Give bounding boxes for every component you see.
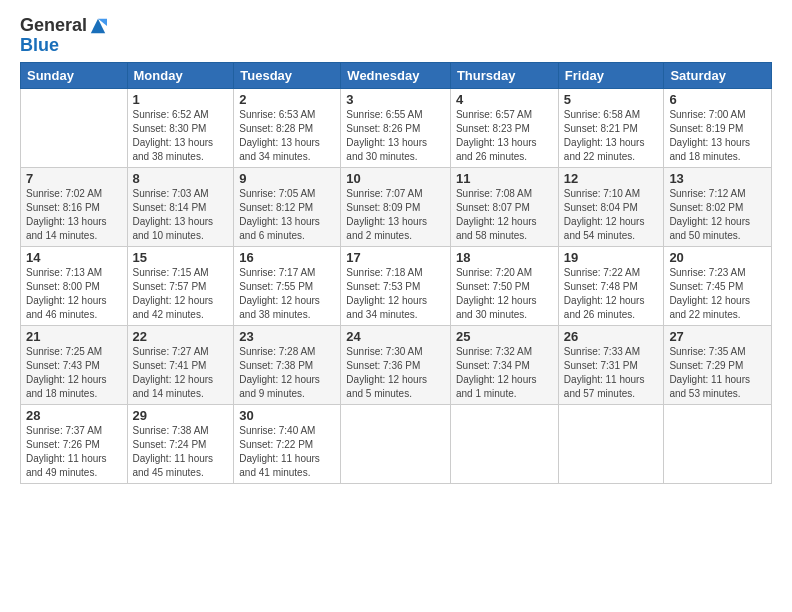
day-number: 2 xyxy=(239,92,335,107)
day-info: Sunrise: 7:40 AM Sunset: 7:22 PM Dayligh… xyxy=(239,424,335,480)
week-row-2: 7Sunrise: 7:02 AM Sunset: 8:16 PM Daylig… xyxy=(21,167,772,246)
day-number: 12 xyxy=(564,171,659,186)
day-info: Sunrise: 7:28 AM Sunset: 7:38 PM Dayligh… xyxy=(239,345,335,401)
day-number: 27 xyxy=(669,329,766,344)
day-number: 21 xyxy=(26,329,122,344)
day-cell: 19Sunrise: 7:22 AM Sunset: 7:48 PM Dayli… xyxy=(558,246,664,325)
day-number: 20 xyxy=(669,250,766,265)
day-number: 3 xyxy=(346,92,445,107)
day-info: Sunrise: 7:10 AM Sunset: 8:04 PM Dayligh… xyxy=(564,187,659,243)
day-number: 7 xyxy=(26,171,122,186)
day-info: Sunrise: 7:02 AM Sunset: 8:16 PM Dayligh… xyxy=(26,187,122,243)
day-cell: 8Sunrise: 7:03 AM Sunset: 8:14 PM Daylig… xyxy=(127,167,234,246)
day-cell: 23Sunrise: 7:28 AM Sunset: 7:38 PM Dayli… xyxy=(234,325,341,404)
day-number: 5 xyxy=(564,92,659,107)
day-info: Sunrise: 7:23 AM Sunset: 7:45 PM Dayligh… xyxy=(669,266,766,322)
day-cell: 14Sunrise: 7:13 AM Sunset: 8:00 PM Dayli… xyxy=(21,246,128,325)
logo-area: General Blue xyxy=(20,16,107,56)
weekday-sunday: Sunday xyxy=(21,62,128,88)
day-info: Sunrise: 7:00 AM Sunset: 8:19 PM Dayligh… xyxy=(669,108,766,164)
day-info: Sunrise: 7:05 AM Sunset: 8:12 PM Dayligh… xyxy=(239,187,335,243)
day-cell: 17Sunrise: 7:18 AM Sunset: 7:53 PM Dayli… xyxy=(341,246,451,325)
day-cell: 30Sunrise: 7:40 AM Sunset: 7:22 PM Dayli… xyxy=(234,404,341,483)
day-info: Sunrise: 7:35 AM Sunset: 7:29 PM Dayligh… xyxy=(669,345,766,401)
day-cell: 12Sunrise: 7:10 AM Sunset: 8:04 PM Dayli… xyxy=(558,167,664,246)
day-info: Sunrise: 7:17 AM Sunset: 7:55 PM Dayligh… xyxy=(239,266,335,322)
day-cell: 3Sunrise: 6:55 AM Sunset: 8:26 PM Daylig… xyxy=(341,88,451,167)
day-cell: 21Sunrise: 7:25 AM Sunset: 7:43 PM Dayli… xyxy=(21,325,128,404)
day-number: 10 xyxy=(346,171,445,186)
day-info: Sunrise: 6:57 AM Sunset: 8:23 PM Dayligh… xyxy=(456,108,553,164)
day-info: Sunrise: 7:13 AM Sunset: 8:00 PM Dayligh… xyxy=(26,266,122,322)
day-info: Sunrise: 7:25 AM Sunset: 7:43 PM Dayligh… xyxy=(26,345,122,401)
day-info: Sunrise: 6:55 AM Sunset: 8:26 PM Dayligh… xyxy=(346,108,445,164)
day-cell: 18Sunrise: 7:20 AM Sunset: 7:50 PM Dayli… xyxy=(450,246,558,325)
day-info: Sunrise: 7:03 AM Sunset: 8:14 PM Dayligh… xyxy=(133,187,229,243)
day-cell xyxy=(450,404,558,483)
day-info: Sunrise: 6:52 AM Sunset: 8:30 PM Dayligh… xyxy=(133,108,229,164)
logo-blue: Blue xyxy=(20,35,59,55)
day-info: Sunrise: 7:22 AM Sunset: 7:48 PM Dayligh… xyxy=(564,266,659,322)
weekday-header-row: SundayMondayTuesdayWednesdayThursdayFrid… xyxy=(21,62,772,88)
day-cell: 15Sunrise: 7:15 AM Sunset: 7:57 PM Dayli… xyxy=(127,246,234,325)
weekday-friday: Friday xyxy=(558,62,664,88)
weekday-tuesday: Tuesday xyxy=(234,62,341,88)
day-cell xyxy=(558,404,664,483)
day-cell: 26Sunrise: 7:33 AM Sunset: 7:31 PM Dayli… xyxy=(558,325,664,404)
day-cell: 5Sunrise: 6:58 AM Sunset: 8:21 PM Daylig… xyxy=(558,88,664,167)
logo-general: General xyxy=(20,15,87,35)
day-number: 28 xyxy=(26,408,122,423)
day-info: Sunrise: 7:07 AM Sunset: 8:09 PM Dayligh… xyxy=(346,187,445,243)
day-cell: 29Sunrise: 7:38 AM Sunset: 7:24 PM Dayli… xyxy=(127,404,234,483)
day-cell: 6Sunrise: 7:00 AM Sunset: 8:19 PM Daylig… xyxy=(664,88,772,167)
day-number: 26 xyxy=(564,329,659,344)
weekday-monday: Monday xyxy=(127,62,234,88)
day-info: Sunrise: 6:53 AM Sunset: 8:28 PM Dayligh… xyxy=(239,108,335,164)
day-number: 15 xyxy=(133,250,229,265)
day-number: 14 xyxy=(26,250,122,265)
day-info: Sunrise: 7:38 AM Sunset: 7:24 PM Dayligh… xyxy=(133,424,229,480)
day-cell: 24Sunrise: 7:30 AM Sunset: 7:36 PM Dayli… xyxy=(341,325,451,404)
logo: General Blue xyxy=(20,16,107,56)
day-info: Sunrise: 7:30 AM Sunset: 7:36 PM Dayligh… xyxy=(346,345,445,401)
day-cell: 13Sunrise: 7:12 AM Sunset: 8:02 PM Dayli… xyxy=(664,167,772,246)
header: General Blue xyxy=(20,16,772,56)
day-cell xyxy=(21,88,128,167)
day-info: Sunrise: 6:58 AM Sunset: 8:21 PM Dayligh… xyxy=(564,108,659,164)
weekday-saturday: Saturday xyxy=(664,62,772,88)
day-number: 25 xyxy=(456,329,553,344)
day-number: 30 xyxy=(239,408,335,423)
day-number: 24 xyxy=(346,329,445,344)
calendar: SundayMondayTuesdayWednesdayThursdayFrid… xyxy=(20,62,772,484)
day-number: 17 xyxy=(346,250,445,265)
day-info: Sunrise: 7:12 AM Sunset: 8:02 PM Dayligh… xyxy=(669,187,766,243)
day-cell: 7Sunrise: 7:02 AM Sunset: 8:16 PM Daylig… xyxy=(21,167,128,246)
day-info: Sunrise: 7:37 AM Sunset: 7:26 PM Dayligh… xyxy=(26,424,122,480)
week-row-4: 21Sunrise: 7:25 AM Sunset: 7:43 PM Dayli… xyxy=(21,325,772,404)
day-number: 16 xyxy=(239,250,335,265)
day-cell: 9Sunrise: 7:05 AM Sunset: 8:12 PM Daylig… xyxy=(234,167,341,246)
day-number: 13 xyxy=(669,171,766,186)
day-info: Sunrise: 7:08 AM Sunset: 8:07 PM Dayligh… xyxy=(456,187,553,243)
day-info: Sunrise: 7:33 AM Sunset: 7:31 PM Dayligh… xyxy=(564,345,659,401)
day-number: 19 xyxy=(564,250,659,265)
day-cell: 25Sunrise: 7:32 AM Sunset: 7:34 PM Dayli… xyxy=(450,325,558,404)
day-cell: 16Sunrise: 7:17 AM Sunset: 7:55 PM Dayli… xyxy=(234,246,341,325)
day-cell: 11Sunrise: 7:08 AM Sunset: 8:07 PM Dayli… xyxy=(450,167,558,246)
day-cell xyxy=(341,404,451,483)
day-cell: 2Sunrise: 6:53 AM Sunset: 8:28 PM Daylig… xyxy=(234,88,341,167)
week-row-5: 28Sunrise: 7:37 AM Sunset: 7:26 PM Dayli… xyxy=(21,404,772,483)
day-number: 9 xyxy=(239,171,335,186)
day-number: 23 xyxy=(239,329,335,344)
week-row-3: 14Sunrise: 7:13 AM Sunset: 8:00 PM Dayli… xyxy=(21,246,772,325)
day-cell: 28Sunrise: 7:37 AM Sunset: 7:26 PM Dayli… xyxy=(21,404,128,483)
day-info: Sunrise: 7:18 AM Sunset: 7:53 PM Dayligh… xyxy=(346,266,445,322)
day-number: 22 xyxy=(133,329,229,344)
day-info: Sunrise: 7:27 AM Sunset: 7:41 PM Dayligh… xyxy=(133,345,229,401)
day-cell xyxy=(664,404,772,483)
day-info: Sunrise: 7:15 AM Sunset: 7:57 PM Dayligh… xyxy=(133,266,229,322)
day-cell: 1Sunrise: 6:52 AM Sunset: 8:30 PM Daylig… xyxy=(127,88,234,167)
day-info: Sunrise: 7:20 AM Sunset: 7:50 PM Dayligh… xyxy=(456,266,553,322)
day-number: 11 xyxy=(456,171,553,186)
page: General Blue SundayMondayTuesdayWednesda… xyxy=(0,0,792,494)
